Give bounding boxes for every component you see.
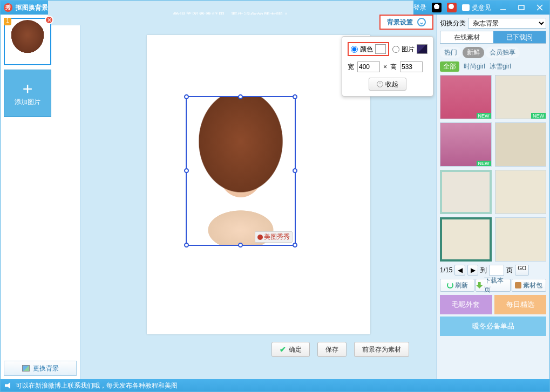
template-item[interactable] bbox=[495, 217, 547, 262]
foreground-image[interactable]: 美图秀秀 bbox=[187, 97, 295, 245]
color-swatch[interactable] bbox=[375, 44, 386, 54]
download-icon bbox=[476, 282, 483, 288]
qq-icon[interactable] bbox=[432, 3, 442, 12]
app-logo-icon: 秀 bbox=[4, 3, 12, 12]
app-title: 抠图换背景 bbox=[16, 3, 48, 12]
promo-wool-coat[interactable]: 毛呢外套 bbox=[440, 295, 492, 314]
image-thumbnail[interactable]: 1 ✕ bbox=[4, 18, 51, 65]
new-badge: NEW bbox=[477, 161, 491, 166]
ok-button[interactable]: ✔ 确定 bbox=[271, 342, 310, 357]
width-label: 宽 bbox=[348, 63, 354, 72]
refresh-icon bbox=[447, 282, 453, 288]
image-swatch[interactable] bbox=[417, 44, 427, 54]
tab-downloaded[interactable]: 已下载[5] bbox=[493, 31, 546, 43]
tag-fashion[interactable]: 时尚girl bbox=[464, 62, 485, 71]
close-button[interactable] bbox=[533, 3, 546, 12]
pager: 1/15 ◀ ▶ 到 页 GO bbox=[440, 265, 546, 276]
check-icon: ✔ bbox=[280, 345, 286, 354]
page-to-label: 到 bbox=[480, 266, 487, 275]
save-button[interactable]: 保存 bbox=[317, 342, 347, 357]
bg-image-label: 图片 bbox=[402, 45, 415, 54]
promo-daily[interactable]: 每日精选 bbox=[494, 295, 547, 314]
save-foreground-label: 前景存为素材 bbox=[362, 345, 401, 354]
filter-vip[interactable]: 会员独享 bbox=[485, 47, 520, 58]
bg-color-option[interactable]: 颜色 bbox=[348, 42, 389, 56]
feedback-icon bbox=[462, 4, 470, 11]
promo-winter[interactable]: 暖冬必备单品 bbox=[440, 317, 546, 336]
width-input[interactable] bbox=[357, 61, 380, 72]
handle-top-mid[interactable] bbox=[238, 94, 243, 99]
selection-box[interactable]: 美图秀秀 bbox=[186, 96, 296, 246]
chevron-down-icon: ⌄ bbox=[417, 18, 426, 26]
weibo-icon[interactable] bbox=[447, 3, 457, 12]
go-button[interactable]: GO bbox=[515, 265, 529, 276]
refresh-button[interactable]: 刷新 bbox=[440, 279, 474, 292]
template-item[interactable]: NEW bbox=[440, 122, 492, 167]
picture-icon bbox=[22, 365, 30, 372]
page-input[interactable] bbox=[489, 265, 504, 276]
handle-top-left[interactable] bbox=[184, 94, 189, 99]
template-item[interactable]: NEW bbox=[440, 75, 492, 119]
bg-color-radio[interactable] bbox=[351, 46, 358, 53]
tag-row: 全部 时尚girl 冰雪girl bbox=[440, 61, 546, 72]
height-label: 高 bbox=[390, 63, 397, 72]
canvas[interactable]: 美图秀秀 bbox=[147, 35, 370, 334]
filter-hot[interactable]: 热门 bbox=[440, 47, 461, 58]
bg-settings-panel: 颜色 图片 宽 × 高 ˄ bbox=[342, 36, 433, 97]
tag-ice[interactable]: 冰雪girl bbox=[490, 62, 511, 71]
handle-bottom-mid[interactable] bbox=[238, 243, 243, 247]
minimize-button[interactable] bbox=[497, 3, 510, 12]
prev-page-button[interactable]: ◀ bbox=[454, 265, 465, 276]
add-image-button[interactable]: + 添加图片 bbox=[4, 70, 51, 117]
feedback-link[interactable]: 提意见 bbox=[462, 3, 491, 12]
bottom-bar: ✔ 确定 保存 前景存为素材 bbox=[91, 342, 425, 357]
filter-new[interactable]: 新鲜 bbox=[463, 47, 484, 58]
tab-online[interactable]: 在线素材 bbox=[440, 31, 493, 43]
bg-settings-label: 背景设置 bbox=[387, 18, 413, 27]
action-row: 刷新 下载本页 素材包 bbox=[440, 279, 546, 292]
pack-icon bbox=[515, 282, 521, 288]
watermark: 美图秀秀 bbox=[255, 231, 293, 243]
bg-settings-wrap: 背景设置 ⌄ 颜色 图片 宽 bbox=[342, 15, 433, 97]
statusbar: 可以在新浪微博上联系我们哦，每天发布各种教程和美图 bbox=[1, 379, 549, 392]
template-item[interactable] bbox=[440, 170, 492, 214]
thumbnail-number: 1 bbox=[4, 18, 11, 25]
template-item[interactable] bbox=[495, 170, 547, 214]
bg-type-row: 颜色 图片 bbox=[348, 42, 427, 56]
save-foreground-button[interactable]: 前景存为素材 bbox=[354, 342, 409, 357]
template-item[interactable] bbox=[440, 217, 492, 262]
page-info: 1/15 bbox=[440, 266, 452, 274]
thumbnail-image bbox=[5, 19, 50, 64]
speaker-icon bbox=[5, 382, 12, 389]
next-page-button[interactable]: ▶ bbox=[467, 265, 478, 276]
center-area: 背景设置 ⌄ 颜色 图片 宽 bbox=[80, 15, 436, 379]
bg-settings-toggle[interactable]: 背景设置 ⌄ bbox=[379, 15, 433, 30]
handle-mid-left[interactable] bbox=[184, 168, 189, 173]
category-row: 切换分类 杂志背景 bbox=[440, 18, 546, 29]
material-pack-button[interactable]: 素材包 bbox=[512, 279, 546, 292]
handle-top-right[interactable] bbox=[293, 94, 297, 99]
category-select[interactable]: 杂志背景 bbox=[468, 18, 546, 29]
download-page-button[interactable]: 下载本页 bbox=[476, 279, 510, 292]
handle-mid-right[interactable] bbox=[293, 168, 297, 173]
height-input[interactable] bbox=[400, 61, 423, 72]
thumbnail-delete-icon[interactable]: ✕ bbox=[45, 16, 53, 24]
bg-image-radio[interactable] bbox=[392, 46, 399, 53]
new-badge: NEW bbox=[531, 113, 546, 119]
svg-rect-1 bbox=[519, 5, 524, 10]
tag-all[interactable]: 全部 bbox=[440, 61, 459, 72]
handle-bottom-right[interactable] bbox=[293, 243, 297, 247]
maximize-button[interactable] bbox=[515, 3, 528, 12]
handle-bottom-left[interactable] bbox=[184, 243, 189, 247]
change-background-label: 更换背景 bbox=[33, 364, 59, 373]
login-link[interactable]: 登录 bbox=[413, 3, 426, 12]
template-item[interactable]: NEW bbox=[495, 75, 547, 119]
template-item[interactable] bbox=[495, 122, 547, 167]
titlebar: 秀 抠图换背景 觉得美图秀秀好用，要告诉您的朋友哦！ 登录 提意见 bbox=[1, 1, 549, 15]
bg-image-option[interactable]: 图片 bbox=[392, 44, 427, 54]
dim-x: × bbox=[383, 63, 387, 71]
left-sidebar: 1 ✕ + 添加图片 更换背景 bbox=[1, 15, 80, 379]
change-background-button[interactable]: 更换背景 bbox=[4, 361, 77, 376]
collapse-button[interactable]: ˄ 收起 bbox=[369, 78, 406, 91]
template-grid: NEW NEW NEW bbox=[440, 75, 546, 262]
